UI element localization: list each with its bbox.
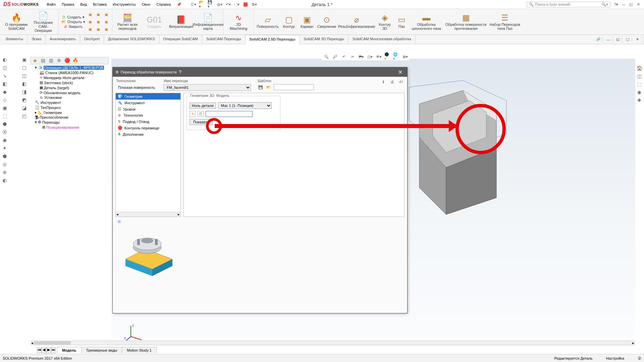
section-icon[interactable]: ✂ [350,54,356,60]
create-button[interactable]: 🗋Создать ▾ [61,15,85,19]
slot-button[interactable]: ▭Паз [395,10,408,33]
rt-ico[interactable]: ⬚ [636,81,642,87]
lt2-ico[interactable]: ◩ [21,97,27,103]
undo-icon[interactable]: ↶▾ [225,1,231,7]
recent-ops-button[interactable]: 📄ПоследниеСАМ-Операции [31,10,56,33]
nav-tool[interactable]: 🔩Инструмент [116,100,180,106]
dlg-tool-icon[interactable]: ℹ [380,79,386,85]
lt2-ico[interactable]: ▢ [21,65,27,71]
lt-ico[interactable]: ⬚ [2,113,8,119]
lt2-ico[interactable]: ▣ [21,57,27,63]
tree-operations[interactable]: ▾⚙Переходы [35,120,109,125]
close-button[interactable]: ⊘Закрыть [61,24,85,28]
lt-ico[interactable]: ▣ [2,105,8,111]
new-doc-icon[interactable]: 🗋▾ [190,1,196,7]
tab-last-icon[interactable]: ⏭ [51,347,56,353]
dialog-help-icon[interactable]: ? [177,69,183,75]
tree-hscroll[interactable]: ◂▸ [31,341,635,345]
tab-next-icon[interactable]: ▶ [46,347,51,353]
nav-motion[interactable]: 🛑Контроль перемеще [116,125,180,131]
scene-icon[interactable]: 🌐▾ [393,54,399,60]
tree-fixture[interactable]: 🗜Приспособление [35,115,109,120]
tree-tab-icon[interactable]: ▤ [40,58,46,64]
lt2-ico[interactable]: ◰ [21,113,27,119]
contour3d-button[interactable]: ◈Контур3D [377,10,393,33]
tab-solidcam-3d[interactable]: SolidCAM 3D Переходы [300,35,348,44]
view-thumbs-icon[interactable]: ▦ [116,218,122,224]
thread-button[interactable]: ⌀Резьбофрезерование [338,10,375,33]
hide-show-icon[interactable]: 👁▾ [376,54,382,60]
rib-ico-1[interactable]: ▣ [87,11,93,17]
tab-3dviews[interactable]: Трехмерные виды [81,347,122,353]
surface-button[interactable]: ▱Поверхность [257,10,279,33]
rt-home-icon[interactable]: 🏠 [636,65,642,71]
doc-min-icon[interactable]: — [604,37,612,43]
tree-positioning[interactable]: ⊞Позиционирование [35,125,109,130]
mac-select[interactable]: Mac 1 (1- Позиция) [218,102,272,109]
help-icon[interactable]: ?▾ [613,1,619,7]
prev-view-icon[interactable]: ↶ [341,54,347,60]
keyway-button[interactable]: ▬Обработкашпоночного паза [410,10,442,33]
orientation-triad[interactable]: y x z [124,323,144,343]
lt-ico[interactable]: ◐ [2,57,8,63]
tab-addins[interactable]: Добавления SOLIDWORKS [104,35,159,44]
tab-op-solidcam[interactable]: Операция SolidCAM [159,35,202,44]
lt-ico[interactable]: ⊕ [2,170,8,176]
print-icon[interactable]: 🖨▾ [216,1,222,7]
visualization-button[interactable]: 📕Визуализация [169,10,194,33]
tab-solidcam-trans[interactable]: SolidCAM Переходы [202,35,246,44]
lt-ico[interactable]: ⦿ [2,129,8,135]
rib-ico-9[interactable]: ▣ [103,26,109,32]
lt-ico[interactable]: ⬢ [2,121,8,127]
tab-motion[interactable]: Motion Study 1 [122,347,156,353]
new-geom-icon[interactable]: 🗋 [198,111,204,117]
tree-partzero[interactable]: ⊹Менеджер Ноля детали [35,75,109,80]
save-icon[interactable]: 💾▾ [208,1,214,7]
rib-ico-4[interactable]: ▣ [95,11,101,17]
about-solidcam-button[interactable]: 🔥О программеSolidCAM [4,10,29,33]
status-updates-icon[interactable]: 🛈 [638,356,641,360]
template-input[interactable] [274,84,314,90]
tree-stock[interactable]: ▧Заготовка (stock) [35,80,109,85]
lt-ico[interactable]: ◧ [2,81,8,87]
tree-target[interactable]: ▦Деталь (target) [35,85,109,90]
lt-ico[interactable]: ◉ [2,137,8,143]
rib-ico-2[interactable]: ▣ [87,19,93,25]
lt-ico[interactable]: ✦ [2,145,8,152]
lt2-ico[interactable]: ◫ [21,73,27,79]
lt-ico[interactable]: ◇ [2,97,8,103]
lt-ico[interactable]: ⬟ [2,154,8,160]
nav-scroll-right[interactable]: ▸ [178,212,180,217]
options-icon[interactable]: ⚙▾ [251,1,257,7]
tree-tab-icon[interactable]: ▥ [48,58,54,64]
doc-max-icon[interactable]: ▢ [624,37,632,43]
lt-ico[interactable]: ◆ [2,89,8,95]
contour-button[interactable]: ▢Контур [281,10,297,33]
menu-file[interactable]: Файл [44,1,58,8]
tree-tab-icon[interactable]: ⊕ [56,58,62,64]
imachining-button[interactable]: ∿2DiMachining [226,10,251,33]
rt-ico[interactable]: ◉ [636,89,642,96]
menu-view[interactable]: Вид [77,1,90,8]
tab-model[interactable]: Модель [57,347,82,353]
lt-ico[interactable]: ◫ [2,65,8,71]
rt-ico[interactable]: ◫ [636,73,642,79]
minimize-icon[interactable]: — [621,1,627,7]
calc-all-button[interactable]: 🧮Расчет всехпереходов [115,10,140,33]
lt-ico[interactable]: ◎ [2,162,8,168]
tree-tab-icon[interactable]: 🔴 [64,58,70,64]
search-go-icon[interactable]: 🔍▾ [601,2,608,7]
tree-root[interactable]: ▾🧊Операция (ДЕТАЛЬ 1_ФРЕЗЕРОВ [35,65,109,70]
template-save-icon[interactable]: 💾 [258,84,264,90]
tab-elements[interactable]: Элементы [1,35,28,44]
rib-ico-6[interactable]: ▣ [95,26,101,32]
tab-first-icon[interactable]: ⏮ [37,347,42,353]
view-settings-icon[interactable]: 🖥▾ [402,54,408,60]
dlg-tool-icon[interactable]: 🏷 [398,79,404,85]
tab-analyze[interactable]: Анализировать [46,35,80,44]
tab-solidcam-multi[interactable]: SolidCAM Многоосевая обработка [348,35,416,44]
lt2-ico[interactable]: ◧ [21,81,27,87]
doc-close-icon[interactable]: ✕ [633,37,642,43]
menu-insert[interactable]: Вставка [90,1,109,8]
doc-link-icon[interactable]: 🔗 [594,37,603,43]
